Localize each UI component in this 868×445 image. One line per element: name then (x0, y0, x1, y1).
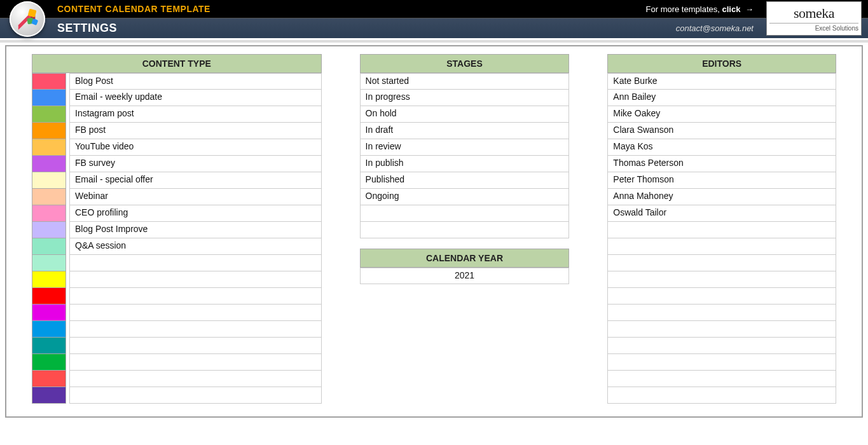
content-type-cell[interactable] (69, 271, 322, 288)
stages-cell[interactable]: In draft (360, 123, 570, 139)
content-type-cell[interactable]: Instagram post (69, 106, 322, 123)
content-type-cell[interactable]: Blog Post Improve (69, 222, 322, 238)
editors-cell[interactable] (607, 321, 836, 338)
stages-cell[interactable]: Not started (360, 73, 570, 90)
editors-cell[interactable]: Thomas Peterson (607, 156, 836, 172)
editors-row: Maya Kos (607, 139, 836, 156)
color-swatch[interactable] (32, 156, 66, 172)
editors-cell[interactable] (607, 305, 836, 321)
content-type-panel: CONTENT TYPE Blog PostEmail - weekly upd… (32, 54, 322, 404)
content-type-cell[interactable]: FB survey (69, 156, 322, 172)
color-swatch[interactable] (32, 189, 66, 205)
stages-panel: STAGES Not startedIn progressOn holdIn d… (360, 54, 570, 284)
stages-row: In review (360, 139, 570, 156)
editors-row (607, 354, 836, 371)
content-type-cell[interactable]: Blog Post (69, 73, 322, 90)
editors-cell[interactable] (607, 338, 836, 354)
content-type-row: Blog Post (32, 73, 322, 90)
stages-cell[interactable] (360, 205, 570, 222)
editors-table: Kate BurkeAnn BaileyMike OakeyClara Swan… (607, 73, 836, 404)
stages-cell[interactable]: In review (360, 139, 570, 156)
content-type-cell[interactable]: Email - special offer (69, 172, 322, 189)
content-type-cell[interactable]: YouTube video (69, 139, 322, 156)
content-type-row: FB survey (32, 156, 322, 172)
content-type-cell[interactable] (69, 305, 322, 321)
editors-cell[interactable]: Maya Kos (607, 139, 836, 156)
editors-cell[interactable] (607, 288, 836, 305)
contact-email[interactable]: contact@someka.net (676, 24, 754, 33)
content-type-cell[interactable]: CEO profiling (69, 205, 322, 222)
color-swatch[interactable] (32, 205, 66, 222)
color-swatch[interactable] (32, 288, 66, 305)
content-type-header: CONTENT TYPE (32, 54, 322, 73)
more-templates-link[interactable]: For more templates, click → (646, 4, 754, 14)
editors-row: Peter Thomson (607, 172, 836, 189)
content-type-table: Blog PostEmail - weekly updateInstagram … (32, 73, 322, 404)
color-swatch[interactable] (32, 271, 66, 288)
content-type-cell[interactable]: Q&A session (69, 238, 322, 255)
content-type-cell[interactable] (69, 255, 322, 271)
color-swatch[interactable] (32, 321, 66, 338)
content-type-row: Webinar (32, 189, 322, 205)
color-swatch[interactable] (32, 338, 66, 354)
color-swatch[interactable] (32, 172, 66, 189)
color-swatch[interactable] (32, 90, 66, 106)
editors-cell[interactable]: Anna Mahoney (607, 189, 836, 205)
stages-cell[interactable] (360, 222, 570, 238)
content-type-cell[interactable] (69, 387, 322, 404)
color-swatch[interactable] (32, 238, 66, 255)
app-logo (10, 1, 45, 37)
stages-cell[interactable]: Ongoing (360, 189, 570, 205)
editors-cell[interactable]: Clara Swanson (607, 123, 836, 139)
calendar-year-value[interactable]: 2021 (360, 268, 570, 284)
divider (0, 40, 868, 43)
color-swatch[interactable] (32, 123, 66, 139)
content-type-cell[interactable]: Webinar (69, 189, 322, 205)
editors-cell[interactable] (607, 271, 836, 288)
content-type-cell[interactable]: FB post (69, 123, 322, 139)
color-swatch[interactable] (32, 255, 66, 271)
content-type-cell[interactable] (69, 338, 322, 354)
color-swatch[interactable] (32, 73, 66, 90)
editors-cell[interactable]: Kate Burke (607, 73, 836, 90)
content-type-row (32, 387, 322, 404)
editors-row (607, 338, 836, 354)
content-type-cell[interactable] (69, 371, 322, 387)
content-type-row (32, 338, 322, 354)
editors-cell[interactable]: Ann Bailey (607, 90, 836, 106)
editors-cell[interactable] (607, 255, 836, 271)
editors-cell[interactable]: Oswald Tailor (607, 205, 836, 222)
content-type-cell[interactable] (69, 354, 322, 371)
stages-cell[interactable]: In publish (360, 156, 570, 172)
editors-cell[interactable] (607, 238, 836, 255)
content-type-cell[interactable] (69, 321, 322, 338)
content-type-cell[interactable] (69, 288, 322, 305)
editors-row (607, 222, 836, 238)
content-type-cell[interactable]: Email - weekly update (69, 90, 322, 106)
brand-box[interactable]: someka Excel Solutions (766, 1, 862, 36)
editors-cell[interactable] (607, 371, 836, 387)
editors-cell[interactable] (607, 222, 836, 238)
editors-row (607, 321, 836, 338)
editors-cell[interactable] (607, 354, 836, 371)
stages-cell[interactable]: In progress (360, 90, 570, 106)
editors-cell[interactable]: Peter Thomson (607, 172, 836, 189)
color-swatch[interactable] (32, 222, 66, 238)
color-swatch[interactable] (32, 305, 66, 321)
content-type-row: CEO profiling (32, 205, 322, 222)
editors-cell[interactable]: Mike Oakey (607, 106, 836, 123)
stages-row: In draft (360, 123, 570, 139)
stages-cell[interactable]: Published (360, 172, 570, 189)
stages-cell[interactable]: On hold (360, 106, 570, 123)
color-swatch[interactable] (32, 354, 66, 371)
color-swatch[interactable] (32, 371, 66, 387)
stages-row (360, 205, 570, 222)
content-type-row: Email - weekly update (32, 90, 322, 106)
color-swatch[interactable] (32, 139, 66, 156)
editors-cell[interactable] (607, 387, 836, 404)
editors-row (607, 305, 836, 321)
color-swatch[interactable] (32, 106, 66, 123)
color-swatch[interactable] (32, 387, 66, 404)
editors-row (607, 387, 836, 404)
stages-row: Not started (360, 73, 570, 90)
